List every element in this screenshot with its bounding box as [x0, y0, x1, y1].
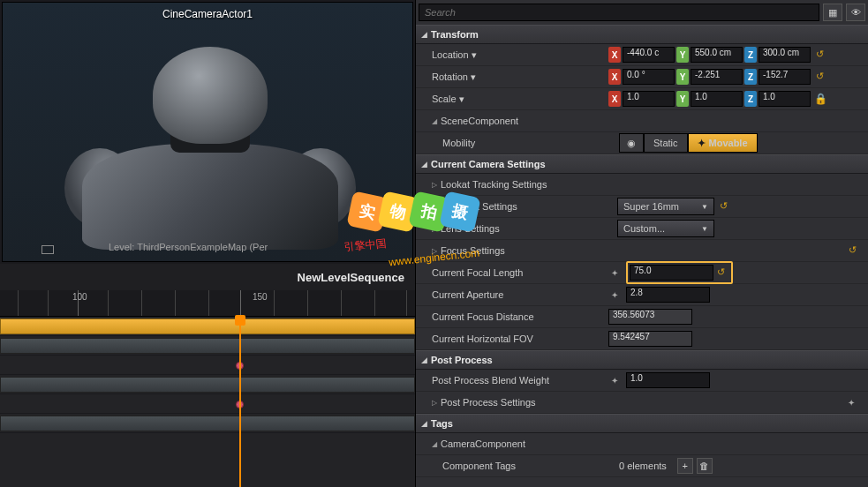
timeline-tick-100: 100	[72, 292, 87, 302]
reset-icon[interactable]: ↺	[816, 71, 828, 83]
section-camera-settings[interactable]: ◢Current Camera Settings	[416, 154, 868, 174]
scene-component-label[interactable]: SceneComponent	[441, 116, 617, 126]
focal-length-input[interactable]: 75.0	[630, 265, 713, 281]
scale-z-input[interactable]: 1.0	[759, 91, 811, 107]
focus-distance-label: Current Focus Distance	[432, 311, 608, 322]
track-4[interactable]	[0, 375, 415, 394]
search-input[interactable]	[419, 4, 819, 21]
aperture-label: Current Aperture	[432, 289, 608, 300]
add-element-button[interactable]: +	[677, 458, 693, 474]
lens-dropdown[interactable]: Custom...▼	[617, 220, 714, 237]
filter-eye-icon[interactable]: 👁	[846, 4, 865, 21]
location-z-input[interactable]: 300.0 cm	[759, 47, 811, 63]
section-tags[interactable]: ◢Tags	[416, 414, 868, 433]
keyframe-add-icon[interactable]: ✦	[608, 288, 621, 301]
hfov-label: Current Horizontal FOV	[432, 333, 608, 344]
scale-x-input[interactable]: 1.0	[623, 91, 675, 107]
mobility-movable-button[interactable]: ✦Movable	[688, 133, 758, 153]
reset-icon[interactable]: ↺	[816, 49, 828, 61]
details-panel: ▦ 👁 ◢Transform Location ▾ X-440.0 c Y550…	[415, 0, 868, 487]
mobility-static-button[interactable]: Static	[644, 133, 688, 153]
camera-viewport[interactable]: CineCameraActor1 Level: ThirdPersonExamp…	[2, 2, 413, 262]
viewport-level-label: Level: ThirdPersonExampleMap (Per	[109, 242, 268, 252]
keyframe-add-icon[interactable]: ✦	[608, 374, 621, 386]
viewport-camera-icon[interactable]	[42, 245, 54, 254]
axis-x-icon: X	[608, 47, 621, 63]
viewport-content	[38, 38, 365, 241]
track-2[interactable]	[0, 336, 415, 356]
location-x-input[interactable]: -440.0 c	[623, 47, 675, 63]
axis-y-icon: Y	[676, 47, 689, 63]
rotation-z-input[interactable]: -152.7	[759, 69, 811, 85]
mobility-label: Mobility	[442, 138, 619, 148]
section-post-process[interactable]: ◢Post Process	[416, 350, 868, 370]
hfov-input: 9.542457	[608, 331, 692, 347]
timeline-ruler[interactable]: 100 150	[0, 290, 415, 317]
filmback-dropdown[interactable]: Super 16mm▼	[617, 198, 714, 215]
rotation-x-input[interactable]: 0.0 °	[623, 69, 675, 85]
track-3[interactable]	[0, 356, 415, 375]
filmback-settings[interactable]: Filmback Settings	[441, 201, 617, 212]
aperture-input[interactable]: 2.8	[626, 287, 710, 303]
reset-icon[interactable]: ↺	[720, 200, 732, 213]
sequencer-panel: NewLevelSequence 100 150	[0, 264, 415, 487]
sequence-title: NewLevelSequence	[0, 264, 415, 290]
reset-icon[interactable]: ↺	[849, 244, 861, 257]
track-1[interactable]	[0, 317, 415, 336]
track-6[interactable]	[0, 414, 415, 433]
focus-settings[interactable]: Focus Settings	[441, 245, 617, 256]
playhead[interactable]	[239, 317, 241, 487]
clear-elements-button[interactable]: 🗑	[697, 458, 713, 474]
keyframe-add-icon[interactable]: ✦	[845, 396, 857, 408]
element-count: 0 elements	[619, 461, 667, 471]
post-process-settings[interactable]: Post Process Settings	[441, 397, 617, 408]
lookat-settings[interactable]: Lookat Tracking Settings	[441, 179, 617, 190]
track-5[interactable]	[0, 394, 415, 414]
component-tags-label: Component Tags	[442, 461, 619, 471]
location-y-input[interactable]: 550.0 cm	[691, 47, 743, 63]
axis-z-icon: Z	[744, 47, 757, 63]
focal-length-label: Current Focal Length	[432, 267, 608, 278]
lock-icon[interactable]: 🔒	[814, 93, 827, 105]
blend-weight-label: Post Process Blend Weight	[432, 375, 608, 386]
scale-y-input[interactable]: 1.0	[691, 91, 743, 107]
reset-icon[interactable]: ↺	[717, 266, 729, 279]
lens-settings[interactable]: Lens Settings	[441, 223, 617, 234]
mobility-radio[interactable]: ◉	[619, 133, 644, 153]
keyframe-add-icon[interactable]: ✦	[608, 266, 621, 279]
camera-component[interactable]: CameraComponent	[441, 438, 617, 449]
timeline-tick-150: 150	[253, 292, 268, 302]
view-options-button[interactable]: ▦	[823, 4, 842, 21]
focus-distance-input: 356.56073	[608, 309, 692, 325]
rotation-y-input[interactable]: -2.251	[691, 69, 743, 85]
blend-weight-input[interactable]: 1.0	[626, 372, 710, 388]
section-transform[interactable]: ◢Transform	[416, 25, 868, 44]
viewport-camera-label: CineCameraActor1	[162, 8, 253, 20]
